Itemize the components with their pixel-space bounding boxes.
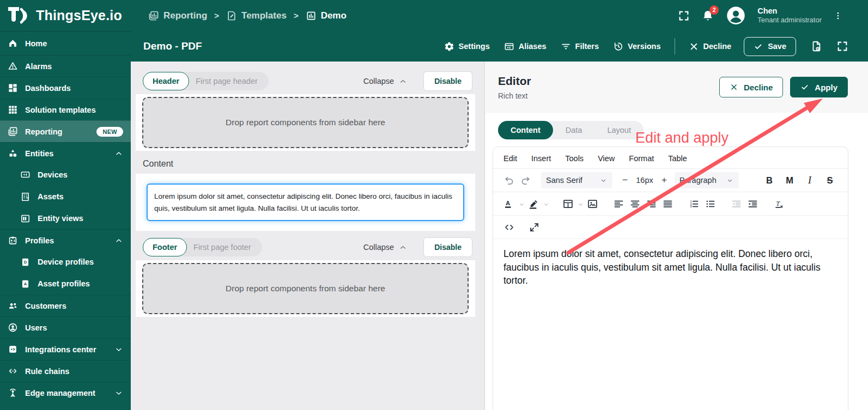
outdent-button[interactable] — [728, 195, 744, 212]
indent-button[interactable] — [744, 195, 761, 212]
decrease-font-icon[interactable]: − — [618, 173, 632, 188]
sidebar-item-reporting[interactable]: ReportingNEW — [0, 120, 131, 142]
menu-table[interactable]: Table — [668, 154, 687, 163]
font-size-value[interactable]: 16px — [632, 176, 657, 185]
header-collapse-button[interactable]: Collapse — [363, 77, 407, 85]
text-color-button[interactable]: A — [501, 195, 525, 212]
breadcrumb-templates[interactable]: Templates — [226, 10, 287, 21]
bullet-list-button[interactable] — [702, 195, 718, 212]
header-page-strip: Drop report components from sidebar here — [136, 94, 475, 151]
breadcrumb-demo[interactable]: Demo — [306, 10, 347, 21]
editor-decline-button[interactable]: Decline — [719, 77, 783, 97]
font-family-select[interactable]: Sans Serif — [541, 172, 612, 188]
table-button[interactable] — [560, 195, 584, 212]
format-buttons: B M I S — [761, 172, 840, 188]
gear-icon — [444, 41, 454, 52]
settings-label: Settings — [459, 42, 490, 51]
menu-insert[interactable]: Insert — [531, 154, 551, 163]
filters-button[interactable]: Filters — [555, 38, 605, 55]
align-center-button[interactable] — [627, 195, 643, 212]
decline-button[interactable]: Decline — [683, 38, 738, 55]
sidebar-item-asset-profiles[interactable]: AAsset profiles — [0, 273, 131, 295]
merge-field-button[interactable]: M — [781, 172, 798, 188]
editor-apply-button[interactable]: Apply — [790, 77, 848, 97]
sidebar-item-alarms[interactable]: Alarms — [0, 55, 131, 77]
align-left-button[interactable] — [610, 195, 627, 212]
editor-tab-group: Content Data Layout — [498, 121, 644, 139]
menu-view[interactable]: View — [598, 154, 615, 163]
font-size-stepper: − 16px + — [618, 173, 671, 188]
settings-button[interactable]: Settings — [438, 38, 496, 55]
dashboards-icon — [8, 83, 18, 93]
footer-collapse-button[interactable]: Collapse — [363, 243, 407, 252]
increase-font-icon[interactable]: + — [657, 173, 671, 188]
brand-logo[interactable]: ThingsEye.io — [0, 6, 131, 26]
sidebar-item-integrations-center[interactable]: Integrations center — [0, 338, 131, 360]
content-text-field[interactable]: Lorem ipsum dolor sit amet, consectetur … — [147, 183, 464, 221]
block-format-select[interactable]: Paragraph — [675, 172, 739, 188]
header-badge[interactable]: Header — [143, 72, 189, 90]
sidebar-item-devices[interactable]: Devices — [0, 164, 131, 186]
svg-text:3: 3 — [690, 205, 691, 208]
header-section-toggle[interactable]: Header First page header — [143, 72, 269, 90]
close-icon — [730, 83, 738, 91]
export-file-icon[interactable] — [810, 40, 822, 52]
ordered-list-button[interactable]: 123 — [685, 195, 702, 212]
footer-dropzone[interactable]: Drop report components from sidebar here — [142, 263, 469, 314]
aliases-button[interactable]: Aliases — [498, 38, 553, 55]
menu-format[interactable]: Format — [629, 154, 654, 163]
sidebar-item-label: Reporting — [25, 127, 62, 136]
clear-formatting-button[interactable]: T — [770, 195, 787, 212]
footer-badge[interactable]: Footer — [143, 238, 187, 256]
report-canvas: Header First page header Collapse Disabl… — [131, 62, 485, 410]
header-disable-button[interactable]: Disable — [423, 71, 472, 91]
sidebar-item-entities[interactable]: Entities — [0, 142, 131, 164]
menu-tools[interactable]: Tools — [565, 154, 584, 163]
strikethrough-button[interactable]: S — [822, 172, 838, 188]
sidebar-item-customers[interactable]: Customers — [0, 295, 131, 316]
decline-label: Decline — [703, 42, 732, 51]
highlight-color-button[interactable] — [525, 195, 550, 212]
header-dropzone[interactable]: Drop report components from sidebar here — [142, 97, 469, 148]
bold-button[interactable]: B — [761, 172, 778, 188]
rte-body[interactable]: Lorem ipsum dolor sit amet, consectetur … — [493, 238, 848, 369]
sidebar-item-solution-templates[interactable]: Solution templates — [0, 99, 131, 120]
italic-button[interactable]: I — [802, 172, 818, 188]
tab-content[interactable]: Content — [498, 121, 553, 139]
footer-section-toggle[interactable]: Footer First page footer — [143, 238, 262, 256]
sidebar-item-profiles[interactable]: Profiles — [0, 229, 131, 251]
undo-icon[interactable] — [501, 172, 517, 188]
chevron-down-icon — [518, 200, 525, 207]
sidebar-item-dashboards[interactable]: Dashboards — [0, 77, 131, 99]
sidebar-item-users[interactable]: Users — [0, 316, 131, 338]
profiles-icon — [8, 235, 18, 246]
sidebar-item-entity-views[interactable]: Entity views — [0, 207, 131, 229]
breadcrumb-reporting[interactable]: Reporting — [148, 10, 207, 21]
fullscreen-button[interactable] — [526, 219, 542, 235]
align-justify-button[interactable] — [659, 195, 676, 212]
versions-button[interactable]: Versions — [607, 38, 666, 55]
fullscreen-icon[interactable] — [678, 10, 690, 22]
sidebar-item-label: Solution templates — [25, 106, 96, 114]
kebab-menu-icon[interactable] — [833, 10, 843, 22]
tab-data[interactable]: Data — [553, 121, 595, 139]
sidebar-item-edge-management[interactable]: Edge management — [0, 382, 131, 403]
notifications-button[interactable]: 2 — [701, 9, 714, 22]
image-button[interactable] — [584, 195, 600, 212]
save-button[interactable]: Save — [744, 37, 796, 56]
avatar[interactable] — [726, 5, 746, 26]
fullscreen-icon[interactable] — [836, 40, 848, 52]
redo-icon[interactable] — [517, 172, 533, 188]
devices-icon — [20, 170, 31, 180]
sidebar-item-device-profiles[interactable]: DDevice profiles — [0, 251, 131, 273]
align-right-button[interactable] — [643, 195, 659, 212]
sidebar-item-assets[interactable]: Assets — [0, 186, 131, 207]
menu-edit[interactable]: Edit — [503, 154, 517, 163]
footer-disable-button[interactable]: Disable — [423, 237, 472, 257]
align-left-icon — [610, 195, 627, 212]
sidebar-item-home[interactable]: Home — [0, 32, 131, 55]
user-info[interactable]: Chen Tenant administrator — [757, 6, 822, 25]
sidebar-item-rule-chains[interactable]: Rule chains — [0, 360, 131, 382]
tab-layout[interactable]: Layout — [594, 121, 644, 139]
code-button[interactable] — [501, 219, 517, 235]
